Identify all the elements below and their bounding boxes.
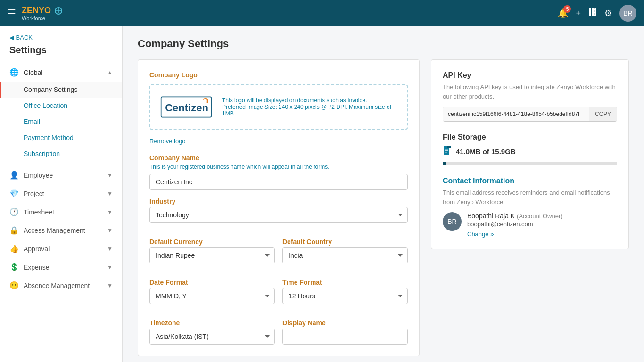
settings-title: Settings xyxy=(0,43,122,63)
contact-info-section: Contact Information This email address r… xyxy=(443,177,617,238)
sidebar-item-office-location[interactable]: Office Location xyxy=(0,98,122,114)
user-avatar[interactable]: BR xyxy=(619,5,636,22)
employee-chevron-icon: ▼ xyxy=(107,172,113,179)
currency-select[interactable]: Indian Rupee US Dollar Euro xyxy=(149,247,275,263)
currency-country-row: Default Currency Indian Rupee US Dollar … xyxy=(149,230,408,263)
timesheet-chevron-icon: ▼ xyxy=(107,209,113,215)
employee-section-label: Employee xyxy=(24,172,53,179)
notification-bell[interactable]: 🔔 5 xyxy=(558,8,568,18)
company-logo-section: Company Logo Centizen This logo will be … xyxy=(149,71,408,145)
expense-section-label: Expense xyxy=(24,263,49,271)
grid-icon[interactable] xyxy=(588,8,597,19)
approval-chevron-icon: ▼ xyxy=(107,246,113,252)
file-icon xyxy=(443,145,452,158)
svg-rect-14 xyxy=(445,149,448,150)
storage-usage: 41.0MB of 15.9GB xyxy=(443,145,617,158)
sidebar-section-absence-management[interactable]: 😶 Absence Management ▼ xyxy=(0,276,122,295)
sidebar-section-employee[interactable]: 👤 Employee ▼ xyxy=(0,166,122,184)
global-chevron-icon: ▲ xyxy=(107,69,113,76)
api-key-box: centizeninc159f166f6-4481-418e-8654-b5be… xyxy=(443,107,617,122)
industry-select[interactable]: Technology Finance Healthcare Education xyxy=(149,207,408,223)
globe-icon: 🌐 xyxy=(9,68,19,77)
logo-upload-hint: This logo will be displayed on documents… xyxy=(222,97,399,104)
timezone-select[interactable]: Asia/Kolkata (IST) UTC xyxy=(149,329,275,345)
svg-rect-5 xyxy=(592,11,594,14)
access-management-section-label: Access Management xyxy=(24,227,85,234)
storage-bar-fill xyxy=(443,162,446,165)
page-title: Company Settings xyxy=(138,38,629,50)
contact-name: Boopathi Raja K (Account Owner) xyxy=(467,212,563,220)
sidebar-section-project[interactable]: 💎 Project ▼ xyxy=(0,184,122,203)
contact-avatar: BR xyxy=(443,212,462,231)
svg-rect-3 xyxy=(594,8,596,11)
project-chevron-icon: ▼ xyxy=(107,190,113,197)
storage-bar-background xyxy=(443,162,617,165)
svg-text:Centizen: Centizen xyxy=(165,102,208,114)
company-logo-label: Company Logo xyxy=(149,71,408,79)
default-country-label: Default Country xyxy=(282,238,408,246)
sidebar-item-payment-method[interactable]: Payment Method xyxy=(0,130,122,146)
change-contact-link[interactable]: Change » xyxy=(467,230,563,238)
sidebar-item-email[interactable]: Email xyxy=(0,114,122,130)
app-header: ☰ ZENYO Workforce 🔔 5 + ⚙ B xyxy=(0,0,644,26)
sidebar-section-access-management[interactable]: 🔒 Access Management ▼ xyxy=(0,221,122,239)
contact-info-title: Contact Information xyxy=(443,177,617,185)
logo-preview: Centizen xyxy=(158,93,215,121)
timesheet-section-label: Timesheet xyxy=(24,208,54,216)
approval-icon: 👍 xyxy=(9,244,19,253)
contact-person: BR Boopathi Raja K (Account Owner) boopa… xyxy=(443,212,617,238)
right-card: API Key The following API key is used to… xyxy=(431,59,629,249)
industry-section: Industry Technology Finance Healthcare E… xyxy=(149,197,408,223)
svg-rect-9 xyxy=(594,14,596,16)
copy-api-key-button[interactable]: COPY xyxy=(589,107,617,121)
svg-rect-2 xyxy=(592,8,594,11)
expense-icon: 💲 xyxy=(9,263,19,272)
sidebar-section-approval[interactable]: 👍 Approval ▼ xyxy=(0,239,122,258)
svg-rect-6 xyxy=(594,11,596,14)
sidebar-section-timesheet[interactable]: 🕐 Timesheet ▼ xyxy=(0,203,122,221)
approval-section-label: Approval xyxy=(24,245,50,253)
logo-upload-info: This logo will be displayed on documents… xyxy=(222,97,399,117)
sidebar-section-expense[interactable]: 💲 Expense ▼ xyxy=(0,258,122,276)
remove-logo-link[interactable]: Remove logo xyxy=(149,138,186,145)
default-currency-section: Default Currency Indian Rupee US Dollar … xyxy=(149,230,275,263)
contact-info-hint: This email address receives reminders an… xyxy=(443,188,617,206)
default-country-section: Default Country India USA UK xyxy=(282,230,408,263)
company-name-section: Company Name This is your registered bus… xyxy=(149,154,408,190)
header-actions: 🔔 5 + ⚙ BR xyxy=(558,5,636,22)
svg-rect-4 xyxy=(589,11,591,14)
add-button[interactable]: + xyxy=(576,8,581,18)
global-section-label: Global xyxy=(24,69,42,76)
hamburger-icon[interactable]: ☰ xyxy=(8,8,16,19)
timezone-section: Timezone Asia/Kolkata (IST) UTC xyxy=(149,312,275,345)
country-select[interactable]: India USA UK xyxy=(282,247,408,263)
app-layout: ◀ BACK Settings 🌐 Global ▲ Company Setti… xyxy=(0,26,644,362)
timesheet-icon: 🕐 xyxy=(9,207,19,216)
svg-rect-16 xyxy=(445,152,447,153)
svg-rect-1 xyxy=(589,8,591,11)
sidebar-item-company-settings[interactable]: Company Settings xyxy=(0,82,122,98)
expense-chevron-icon: ▼ xyxy=(107,264,113,271)
api-key-hint: The following API key is used to integra… xyxy=(443,82,617,101)
access-chevron-icon: ▼ xyxy=(107,227,113,234)
sidebar-section-global[interactable]: 🌐 Global ▲ xyxy=(0,63,122,82)
settings-icon[interactable]: ⚙ xyxy=(604,8,612,18)
date-format-select[interactable]: MMM D, Y DD/MM/YYYY MM/DD/YYYY xyxy=(149,288,275,304)
svg-rect-15 xyxy=(445,150,448,151)
main-content: Company Settings Company Logo Centizen xyxy=(123,26,644,362)
main-settings-card: Company Logo Centizen This logo will be … xyxy=(138,59,420,356)
file-storage-section: File Storage 4 xyxy=(443,133,617,165)
notification-badge: 5 xyxy=(563,5,571,13)
svg-rect-8 xyxy=(592,14,594,16)
logo-upload-area[interactable]: Centizen This logo will be displayed on … xyxy=(149,84,408,130)
display-name-input[interactable] xyxy=(282,329,408,345)
time-format-select[interactable]: 12 Hours 24 Hours xyxy=(282,288,408,304)
company-name-input[interactable] xyxy=(149,174,408,190)
display-name-label: Display Name xyxy=(282,319,408,327)
sidebar-item-subscription[interactable]: Subscription xyxy=(0,146,122,162)
project-section-label: Project xyxy=(24,190,44,197)
lock-icon: 🔒 xyxy=(9,226,19,235)
project-icon: 💎 xyxy=(9,189,19,198)
back-link[interactable]: ◀ BACK xyxy=(0,26,122,43)
contact-email: boopathi@centizen.com xyxy=(467,221,563,228)
